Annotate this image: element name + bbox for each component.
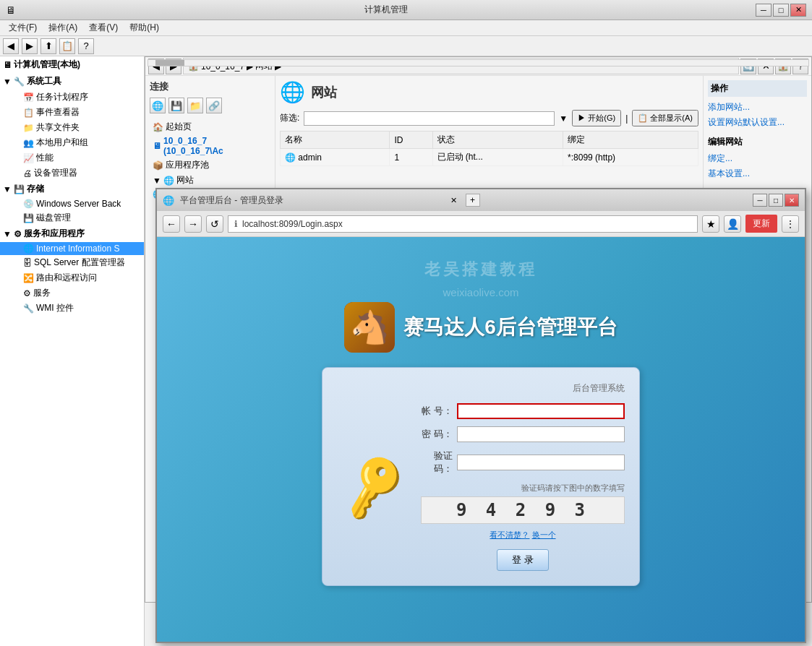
set-defaults-link[interactable]: 设置网站默认设置...	[708, 115, 807, 130]
root-node[interactable]: 🖥 计算机管理(本地)	[0, 56, 144, 73]
toolbar-view[interactable]: 📋	[59, 38, 75, 54]
site-icon: 🌐	[285, 152, 296, 163]
menu-help[interactable]: 帮助(H)	[124, 20, 165, 35]
browser-close[interactable]: ✕	[785, 194, 799, 207]
col-name: 名称	[281, 132, 390, 149]
menu-view[interactable]: 查看(V)	[83, 20, 124, 35]
bind-link[interactable]: 绑定...	[708, 151, 807, 166]
conn-btn3[interactable]: 📁	[187, 98, 203, 113]
storage-folder-icon: 💾	[14, 184, 25, 194]
nav-refresh-btn[interactable]: ↺	[206, 215, 223, 233]
show-all-btn[interactable]: 📋 全部显示(A)	[632, 110, 698, 126]
services-folder-icon: ⚙	[14, 229, 22, 239]
storage-section[interactable]: ▼ 💾 存储	[0, 181, 144, 197]
browser-minimize[interactable]: ─	[753, 194, 767, 207]
app-pools-icon: 📦	[153, 160, 163, 171]
app-pools-item[interactable]: 📦 应用程序池	[150, 158, 270, 173]
password-label: 密 码：	[421, 428, 453, 441]
account-row: 帐 号：	[421, 403, 625, 419]
toolbar-back[interactable]: ◀	[3, 38, 19, 54]
system-tools-section[interactable]: ▼ 🔧 系统工具	[0, 73, 144, 90]
nav-forward-btn[interactable]: →	[184, 215, 202, 233]
start-page-icon: 🏠	[153, 122, 163, 132]
address-bar[interactable]: ℹ localhost:8099/Login.aspx	[228, 215, 698, 233]
menu-action[interactable]: 操作(A)	[43, 20, 83, 35]
conn-btn1[interactable]: 🌐	[150, 98, 166, 113]
browser-maximize[interactable]: □	[769, 194, 783, 207]
iis-label: Internet Information S	[36, 244, 119, 254]
login-inner: 🔑 帐 号： 密 码： 验证码： 验证码请	[337, 403, 625, 571]
iis-header-icon: 🌐	[280, 80, 305, 104]
expand-icon-storage: ▼	[3, 184, 12, 194]
change-code-link[interactable]: 换一个	[532, 530, 556, 539]
maximize-btn[interactable]: □	[773, 4, 789, 17]
toolbar-help[interactable]: ?	[78, 38, 94, 54]
table-row[interactable]: 🌐 admin 1 已启动 (ht... *:8099 (http)	[281, 149, 698, 166]
server-node-icon: 🖥	[153, 141, 161, 151]
sql-server-item[interactable]: 🗄 SQL Server 配置管理器	[0, 255, 144, 270]
site-binding: *:8099 (http)	[563, 149, 698, 166]
close-tab-btn[interactable]: ✕	[448, 196, 460, 205]
sites-item[interactable]: ▼ 🌐 网站	[150, 173, 270, 188]
start-btn[interactable]: ▶ 开始(G)	[572, 110, 621, 126]
toolbar-forward[interactable]: ▶	[22, 38, 38, 54]
actions-title: 操作	[708, 80, 807, 97]
routing-icon: 🔀	[23, 273, 34, 283]
login-button[interactable]: 登 录	[497, 549, 549, 571]
toolbar-up[interactable]: ⬆	[40, 38, 56, 54]
task-scheduler[interactable]: 📅 任务计划程序	[0, 90, 144, 105]
local-users[interactable]: 👥 本地用户和组	[0, 135, 144, 150]
favorites-btn[interactable]: ★	[702, 215, 719, 233]
device-manager[interactable]: 🖨 设备管理器	[0, 165, 144, 181]
password-row: 密 码：	[421, 426, 625, 442]
perf-icon: 📈	[23, 153, 34, 163]
filter-input[interactable]	[304, 111, 555, 126]
keys-area: 🔑	[337, 403, 409, 571]
nav-back-btn[interactable]: ←	[163, 215, 180, 233]
sites-expand: ▼	[153, 176, 161, 186]
password-input[interactable]	[457, 426, 625, 442]
close-btn[interactable]: ✕	[790, 4, 806, 17]
update-btn[interactable]: 更新	[745, 215, 777, 233]
conn-btn4[interactable]: 🔗	[206, 98, 222, 113]
h-scrollbar[interactable]	[148, 59, 809, 66]
basic-settings-link[interactable]: 基本设置...	[708, 166, 807, 181]
new-tab-btn[interactable]: +	[466, 194, 480, 207]
conn-btn2[interactable]: 💾	[168, 98, 184, 113]
browser-window-controls: ─ □ ✕	[753, 194, 799, 207]
performance[interactable]: 📈 性能	[0, 150, 144, 165]
account-input[interactable]	[457, 403, 625, 419]
profile-btn[interactable]: 👤	[724, 215, 741, 233]
captcha-input[interactable]	[457, 455, 625, 470]
users-icon: 👥	[23, 138, 34, 148]
menu-file[interactable]: 文件(F)	[3, 20, 43, 35]
browser-menu-btn[interactable]: ⋮	[782, 215, 799, 233]
edit-site-label: 编辑网站	[708, 136, 807, 148]
add-site-link[interactable]: 添加网站...	[708, 100, 807, 115]
iis-item[interactable]: 🌐 Internet Information S	[0, 242, 144, 255]
disk-label: 磁盘管理	[36, 212, 71, 224]
services-item[interactable]: ⚙ 服务	[0, 285, 144, 301]
windows-server-backup[interactable]: 💿 Windows Server Back	[0, 197, 144, 210]
keys-icon: 🔑	[335, 450, 411, 524]
wmi-item[interactable]: 🔧 WMI 控件	[0, 301, 144, 316]
services-section[interactable]: ▼ ⚙ 服务和应用程序	[0, 225, 144, 242]
login-card: 后台管理系统 🔑 帐 号： 密 码： 验	[322, 367, 640, 586]
login-form: 帐 号： 密 码： 验证码： 验证码请按下图中的数字填写 9 4 2 9 3	[421, 403, 625, 571]
app-header: 🐴 赛马达人6后台管理平台	[344, 302, 617, 353]
service-icon: ⚙	[23, 288, 31, 298]
disk-icon: 💾	[23, 213, 34, 223]
disk-management[interactable]: 💾 磁盘管理	[0, 210, 144, 225]
backup-icon: 💿	[23, 199, 34, 209]
routing-label: 路由和远程访问	[36, 272, 97, 284]
event-viewer[interactable]: 📋 事件查看器	[0, 105, 144, 120]
event-label: 事件查看器	[36, 106, 80, 119]
server-node-item[interactable]: 🖥 10_0_16_7 (10_0_16_7\Ac	[150, 134, 270, 158]
minimize-btn[interactable]: ─	[756, 4, 772, 17]
start-page-item[interactable]: 🏠 起始页	[150, 119, 270, 134]
shared-folders[interactable]: 📁 共享文件夹	[0, 120, 144, 135]
cant-see-link[interactable]: 看不清楚？	[490, 530, 529, 539]
sites-label: 网站	[176, 174, 194, 186]
expand-icon: ▼	[3, 77, 12, 87]
routing-item[interactable]: 🔀 路由和远程访问	[0, 270, 144, 285]
